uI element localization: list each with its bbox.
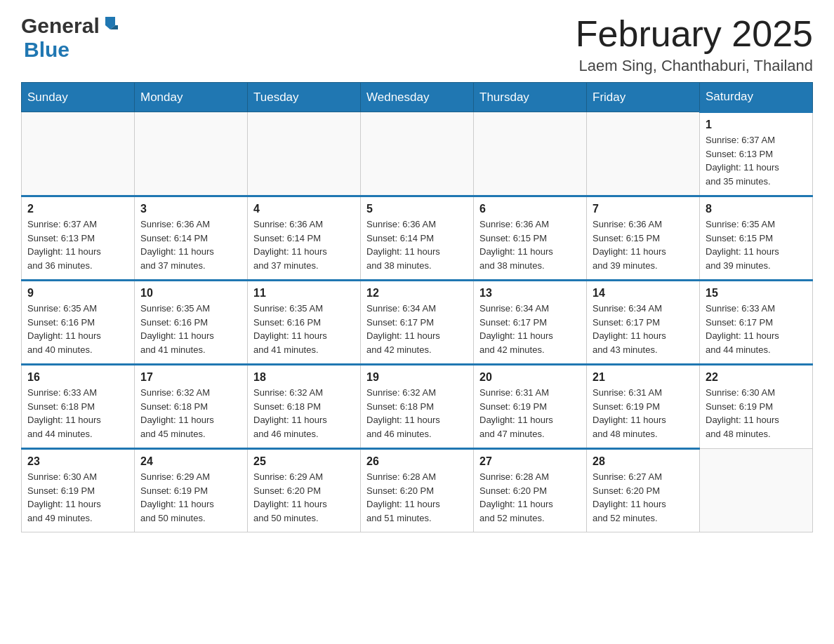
calendar-cell [248, 112, 361, 196]
calendar-cell: 3Sunrise: 6:36 AM Sunset: 6:14 PM Daylig… [135, 196, 248, 281]
day-number: 18 [253, 371, 355, 384]
calendar-table: SundayMondayTuesdayWednesdayThursdayFrid… [21, 82, 813, 532]
calendar-cell: 25Sunrise: 6:29 AM Sunset: 6:20 PM Dayli… [248, 449, 361, 532]
day-number: 27 [479, 455, 581, 468]
day-number: 3 [140, 203, 241, 215]
day-number: 20 [479, 371, 581, 384]
calendar-cell: 10Sunrise: 6:35 AM Sunset: 6:16 PM Dayli… [135, 281, 248, 365]
calendar-cell: 14Sunrise: 6:34 AM Sunset: 6:17 PM Dayli… [587, 281, 700, 365]
calendar-cell [135, 112, 248, 196]
page-header: General Blue February 2025 Laem Sing, Ch… [21, 14, 813, 75]
day-number: 21 [593, 371, 694, 384]
calendar-cell: 1Sunrise: 6:37 AM Sunset: 6:13 PM Daylig… [700, 112, 813, 196]
calendar-cell: 5Sunrise: 6:36 AM Sunset: 6:14 PM Daylig… [361, 196, 474, 281]
calendar-week-1: 2Sunrise: 6:37 AM Sunset: 6:13 PM Daylig… [22, 196, 813, 281]
day-info: Sunrise: 6:30 AM Sunset: 6:19 PM Dayligh… [27, 470, 128, 525]
day-number: 14 [593, 287, 694, 300]
calendar-cell: 28Sunrise: 6:27 AM Sunset: 6:20 PM Dayli… [587, 449, 700, 532]
day-number: 1 [706, 119, 807, 131]
calendar-header-tuesday: Tuesday [248, 83, 361, 112]
day-info: Sunrise: 6:32 AM Sunset: 6:18 PM Dayligh… [366, 386, 468, 441]
day-number: 26 [366, 455, 468, 468]
day-number: 24 [140, 455, 241, 468]
day-info: Sunrise: 6:35 AM Sunset: 6:16 PM Dayligh… [253, 302, 355, 356]
calendar-cell: 22Sunrise: 6:30 AM Sunset: 6:19 PM Dayli… [700, 365, 813, 449]
day-number: 2 [27, 203, 128, 215]
calendar-week-3: 16Sunrise: 6:33 AM Sunset: 6:18 PM Dayli… [22, 365, 813, 449]
day-number: 16 [27, 371, 128, 384]
day-info: Sunrise: 6:32 AM Sunset: 6:18 PM Dayligh… [253, 386, 355, 441]
calendar-week-0: 1Sunrise: 6:37 AM Sunset: 6:13 PM Daylig… [22, 112, 813, 196]
day-number: 7 [593, 203, 694, 215]
day-number: 13 [479, 287, 581, 300]
calendar-cell [361, 112, 474, 196]
calendar-header-thursday: Thursday [474, 83, 587, 112]
day-number: 25 [253, 455, 355, 468]
day-info: Sunrise: 6:33 AM Sunset: 6:17 PM Dayligh… [706, 302, 807, 356]
day-number: 5 [366, 203, 468, 215]
day-number: 12 [366, 287, 468, 300]
day-info: Sunrise: 6:36 AM Sunset: 6:15 PM Dayligh… [479, 217, 581, 272]
calendar-cell: 4Sunrise: 6:36 AM Sunset: 6:14 PM Daylig… [248, 196, 361, 281]
day-number: 23 [27, 455, 128, 468]
calendar-cell: 13Sunrise: 6:34 AM Sunset: 6:17 PM Dayli… [474, 281, 587, 365]
logo-general-text: General [21, 14, 100, 38]
day-info: Sunrise: 6:29 AM Sunset: 6:20 PM Dayligh… [253, 470, 355, 525]
day-info: Sunrise: 6:34 AM Sunset: 6:17 PM Dayligh… [593, 302, 694, 356]
day-number: 22 [706, 371, 807, 384]
day-number: 9 [27, 287, 128, 300]
month-title: February 2025 [576, 14, 813, 54]
calendar-cell: 18Sunrise: 6:32 AM Sunset: 6:18 PM Dayli… [248, 365, 361, 449]
calendar-cell: 24Sunrise: 6:29 AM Sunset: 6:19 PM Dayli… [135, 449, 248, 532]
day-info: Sunrise: 6:34 AM Sunset: 6:17 PM Dayligh… [366, 302, 468, 356]
day-number: 10 [140, 287, 241, 300]
day-info: Sunrise: 6:36 AM Sunset: 6:14 PM Dayligh… [140, 217, 241, 272]
calendar-cell [700, 449, 813, 532]
calendar-cell [587, 112, 700, 196]
calendar-cell: 17Sunrise: 6:32 AM Sunset: 6:18 PM Dayli… [135, 365, 248, 449]
calendar-cell: 9Sunrise: 6:35 AM Sunset: 6:16 PM Daylig… [22, 281, 135, 365]
day-info: Sunrise: 6:36 AM Sunset: 6:14 PM Dayligh… [253, 217, 355, 272]
day-number: 15 [706, 287, 807, 300]
calendar-cell: 12Sunrise: 6:34 AM Sunset: 6:17 PM Dayli… [361, 281, 474, 365]
day-info: Sunrise: 6:27 AM Sunset: 6:20 PM Dayligh… [593, 470, 694, 525]
calendar-cell: 27Sunrise: 6:28 AM Sunset: 6:20 PM Dayli… [474, 449, 587, 532]
calendar-cell: 8Sunrise: 6:35 AM Sunset: 6:15 PM Daylig… [700, 196, 813, 281]
calendar-header-sunday: Sunday [22, 83, 135, 112]
day-number: 19 [366, 371, 468, 384]
day-number: 28 [593, 455, 694, 468]
calendar-cell: 23Sunrise: 6:30 AM Sunset: 6:19 PM Dayli… [22, 449, 135, 532]
day-number: 8 [706, 203, 807, 215]
calendar-cell: 26Sunrise: 6:28 AM Sunset: 6:20 PM Dayli… [361, 449, 474, 532]
day-info: Sunrise: 6:35 AM Sunset: 6:16 PM Dayligh… [27, 302, 128, 356]
day-info: Sunrise: 6:28 AM Sunset: 6:20 PM Dayligh… [479, 470, 581, 525]
calendar-cell: 15Sunrise: 6:33 AM Sunset: 6:17 PM Dayli… [700, 281, 813, 365]
calendar-cell: 19Sunrise: 6:32 AM Sunset: 6:18 PM Dayli… [361, 365, 474, 449]
calendar-header-friday: Friday [587, 83, 700, 112]
day-info: Sunrise: 6:31 AM Sunset: 6:19 PM Dayligh… [479, 386, 581, 441]
logo: General Blue [21, 14, 118, 62]
calendar-header-monday: Monday [135, 83, 248, 112]
calendar-header-saturday: Saturday [700, 83, 813, 112]
day-info: Sunrise: 6:30 AM Sunset: 6:19 PM Dayligh… [706, 386, 807, 441]
calendar-cell: 6Sunrise: 6:36 AM Sunset: 6:15 PM Daylig… [474, 196, 587, 281]
calendar-cell [474, 112, 587, 196]
day-number: 6 [479, 203, 581, 215]
logo-blue-text: Blue [24, 38, 70, 61]
day-info: Sunrise: 6:36 AM Sunset: 6:15 PM Dayligh… [593, 217, 694, 272]
day-info: Sunrise: 6:37 AM Sunset: 6:13 PM Dayligh… [706, 133, 807, 188]
day-number: 4 [253, 203, 355, 215]
calendar-header-wednesday: Wednesday [361, 83, 474, 112]
calendar-cell: 21Sunrise: 6:31 AM Sunset: 6:19 PM Dayli… [587, 365, 700, 449]
calendar-cell: 16Sunrise: 6:33 AM Sunset: 6:18 PM Dayli… [22, 365, 135, 449]
day-number: 11 [253, 287, 355, 300]
day-info: Sunrise: 6:35 AM Sunset: 6:15 PM Dayligh… [706, 217, 807, 272]
day-info: Sunrise: 6:28 AM Sunset: 6:20 PM Dayligh… [366, 470, 468, 525]
location-title: Laem Sing, Chanthaburi, Thailand [576, 57, 813, 75]
calendar-header-row: SundayMondayTuesdayWednesdayThursdayFrid… [22, 83, 813, 112]
day-info: Sunrise: 6:33 AM Sunset: 6:18 PM Dayligh… [27, 386, 128, 441]
title-section: February 2025 Laem Sing, Chanthaburi, Th… [576, 14, 813, 75]
calendar-cell: 20Sunrise: 6:31 AM Sunset: 6:19 PM Dayli… [474, 365, 587, 449]
day-info: Sunrise: 6:34 AM Sunset: 6:17 PM Dayligh… [479, 302, 581, 356]
calendar-cell: 2Sunrise: 6:37 AM Sunset: 6:13 PM Daylig… [22, 196, 135, 281]
